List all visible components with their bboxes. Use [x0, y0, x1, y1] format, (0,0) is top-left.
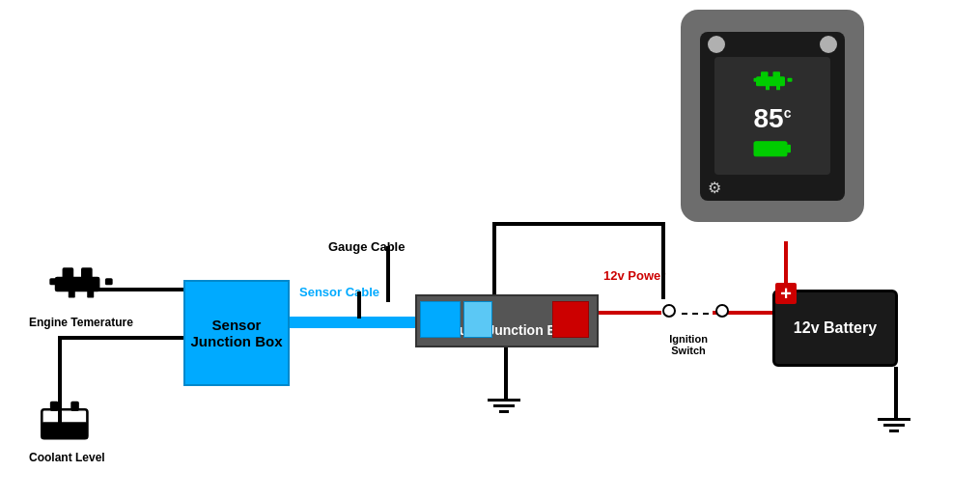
gauge-screen: 85c ⚙ [700, 32, 845, 201]
battery-ground-wire [894, 367, 898, 420]
gauge-ground-wire [504, 347, 508, 401]
ignition-switch-label: Ignition Switch [655, 333, 722, 356]
svg-rect-16 [105, 278, 113, 285]
gauge-cable-arrow [386, 246, 390, 302]
gauge-cable-horizontal-wire [492, 222, 665, 226]
svg-rect-0 [756, 76, 785, 86]
svg-rect-17 [69, 291, 75, 298]
gear-icon: ⚙ [708, 179, 721, 197]
power-12v-label: 12v Power [603, 268, 665, 283]
gauge-connector-blue-1 [420, 301, 461, 338]
svg-rect-12 [55, 277, 100, 292]
svg-rect-13 [62, 267, 73, 278]
gauge-cable-label: Gauge Cable [328, 239, 405, 254]
coolant-level-sensor: Coolant Level [29, 396, 105, 464]
battery-positive-terminal: + [775, 283, 797, 304]
svg-rect-14 [81, 267, 93, 278]
battery-status-icon [753, 137, 792, 165]
svg-rect-22 [71, 402, 80, 411]
temperature-reading: 85c [754, 103, 792, 134]
sensor-junction-box: Sensor Junction Box [183, 280, 290, 386]
gauge-cable-vertical-wire [661, 222, 665, 299]
side-dot-right [820, 36, 837, 53]
sensor-cable-label: Sensor Cable [299, 285, 379, 299]
svg-rect-8 [787, 145, 791, 153]
coolant-level-label: Coolant Level [29, 451, 105, 464]
gauge-cable-down-wire [492, 222, 496, 301]
ignition-switch [662, 304, 729, 321]
engine-check-icon [751, 66, 795, 101]
svg-rect-2 [772, 71, 780, 77]
engine-temp-label: Engine Temerature [29, 316, 133, 329]
svg-rect-6 [776, 85, 780, 90]
gauge-screen-inner: 85c [714, 57, 830, 175]
gauge-connector-blue-2 [463, 301, 492, 338]
side-dot-left [708, 36, 725, 53]
svg-rect-15 [49, 278, 57, 285]
wiring-diagram: 85c ⚙ [0, 0, 980, 499]
sensor-cable-wire [290, 317, 423, 328]
sensor-cable-arrow [357, 291, 361, 319]
svg-rect-4 [787, 78, 792, 82]
gauge-connector-red [552, 301, 589, 338]
coolant-sensor-wire-horizontal [58, 336, 187, 340]
svg-rect-1 [761, 71, 769, 77]
engine-sensor-wire [97, 288, 184, 291]
svg-rect-7 [754, 142, 787, 156]
gauge-display-unit: 85c ⚙ [681, 10, 864, 222]
svg-rect-5 [766, 85, 770, 90]
svg-rect-18 [87, 291, 94, 298]
power-wire-segment-1 [594, 311, 661, 315]
engine-temperature-sensor: Engine Temerature [29, 256, 133, 329]
svg-rect-20 [42, 422, 88, 438]
coolant-sensor-wire-vertical [58, 336, 62, 428]
svg-rect-3 [753, 78, 758, 82]
